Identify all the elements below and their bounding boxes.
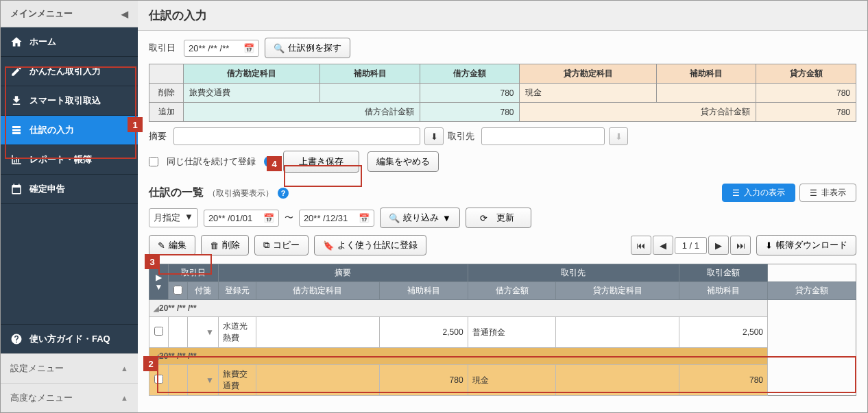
filter-button[interactable]: 🔍 絞り込み ▼ [380, 208, 460, 228]
row-add-button[interactable]: 追加 [149, 103, 184, 122]
summary-dropdown[interactable]: ⬇ [424, 127, 444, 145]
trader-dropdown[interactable]: ⬇ [609, 127, 628, 145]
date-input[interactable]: 20** /** /** 📅 [184, 40, 259, 57]
view-show-button[interactable]: ☰ 入力の表示 [722, 184, 795, 202]
last-page-button[interactable]: ⏭ [730, 236, 751, 255]
nav-easy-entry[interactable]: かんたん取引入力 [1, 57, 138, 86]
tilde: 〜 [285, 212, 293, 224]
view-hide-button[interactable]: ☰ 非表示 [799, 184, 856, 202]
sidebar-header: メインメニュー ◀ [1, 1, 138, 27]
debit-total-label: 借方合計金額 [184, 103, 420, 122]
repeat-label: 同じ仕訳を続けて登録 [167, 155, 256, 168]
journal-icon [10, 124, 23, 136]
find-label: 仕訳例を探す [288, 42, 341, 54]
nav-reports[interactable]: レポート・帳簿 [1, 145, 138, 175]
sidebar-collapse-icon[interactable]: ◀ [121, 9, 128, 19]
corner-cell [149, 64, 184, 84]
credit-total: 780 [756, 103, 856, 122]
calendar-icon[interactable]: 📅 [243, 43, 254, 53]
debit-account[interactable]: 旅費交通費 [184, 84, 320, 103]
next-page-button[interactable]: ▶ [708, 236, 729, 255]
refresh-icon: ⟳ [480, 213, 487, 223]
th-cre-sub: 補助科目 [679, 282, 768, 300]
date-value: 20** /** /** [189, 43, 229, 53]
table-row[interactable]: ▼ 水道光熱費 2,500 普通預金 2,500 [149, 317, 856, 348]
debit-sub[interactable] [320, 84, 420, 103]
nav-journal-entry[interactable]: 仕訳の入力 [1, 116, 138, 145]
period-mode-select[interactable]: 月指定▼ [149, 208, 198, 227]
nav-reports-label: レポート・帳簿 [29, 153, 92, 166]
advanced-menu[interactable]: 高度なメニュー ▲ [1, 383, 138, 412]
row-checkbox[interactable] [154, 375, 163, 384]
page-title: 仕訳の入力 [138, 1, 867, 31]
credit-sub[interactable] [656, 84, 756, 103]
trader-label: 取引先 [448, 130, 474, 142]
search-icon: 🔍 [389, 213, 400, 223]
first-page-button[interactable]: ⏮ [631, 236, 651, 255]
credit-amount[interactable]: 780 [756, 84, 856, 103]
nav-smart-import[interactable]: スマート取引取込 [1, 86, 138, 116]
row-delete-button[interactable]: 削除 [149, 84, 184, 103]
date-to-input[interactable]: 20** /12/31📅 [299, 210, 374, 227]
nav-home[interactable]: ホーム [1, 27, 138, 57]
group-row[interactable]: ◢20** /** /** [149, 300, 856, 317]
calendar-icon: 📅 [359, 213, 370, 223]
help-icon[interactable]: ? [278, 188, 289, 199]
search-icon: 🔍 [274, 43, 285, 53]
th-deb-amt: 借方金額 [468, 282, 556, 300]
save-button[interactable]: 上書き保存 [283, 151, 359, 173]
copy-button[interactable]: ⧉ コピー [254, 235, 309, 255]
chart-icon [10, 153, 23, 166]
nav-easy-label: かんたん取引入力 [29, 65, 101, 77]
th-cre-amt: 貸方金額 [768, 282, 856, 300]
debit-amount[interactable]: 780 [420, 84, 520, 103]
delete-button[interactable]: 🗑 削除 [201, 235, 249, 255]
refresh-button[interactable]: ⟳ 更新 [466, 208, 532, 228]
th-tag: 付箋 [188, 282, 219, 300]
pencil-icon: ✎ [158, 240, 165, 251]
credit-account[interactable]: 現金 [520, 84, 656, 103]
download-icon: ⬇ [765, 240, 773, 251]
cancel-edit-button[interactable]: 編集をやめる [367, 151, 439, 172]
pencil-icon [10, 65, 23, 77]
row-checkbox[interactable] [154, 327, 163, 336]
entry-form: 取引日 20** /** /** 📅 🔍 仕訳例を探す 借方勘定科目 補助科目 … [138, 31, 867, 179]
date-from-input[interactable]: 20** /01/01📅 [204, 210, 279, 227]
th-credit-acct: 貸方勘定科目 [520, 64, 656, 84]
pager: ⏮ ◀ 1 / 1 ▶ ⏭ [631, 236, 751, 255]
find-example-button[interactable]: 🔍 仕訳例を探す [265, 38, 350, 58]
prev-page-button[interactable]: ◀ [653, 236, 673, 255]
download-button[interactable]: ⬇ 帳簿ダウンロード [756, 235, 856, 255]
list-icon: ☰ [810, 188, 817, 198]
nav-home-label: ホーム [29, 36, 56, 48]
repeat-checkbox[interactable] [149, 157, 158, 166]
sidebar: メインメニュー ◀ ホーム かんたん取引入力 スマート取引取込 仕訳の入力 [1, 1, 138, 412]
th-summary: 摘要 [219, 264, 468, 282]
nav-faq-label: 使い方ガイド・FAQ [29, 333, 110, 345]
th-expand[interactable]: ▶ ▼ [149, 264, 169, 300]
group-row-selected[interactable]: ◢20** /** /** [149, 348, 856, 365]
register-favorite-button[interactable]: 🔖 よく使う仕訳に登録 [314, 235, 426, 255]
sidebar-title: メインメニュー [10, 8, 73, 20]
summary-input[interactable] [173, 127, 420, 145]
bookmark-icon: 🔖 [323, 240, 334, 251]
settings-menu[interactable]: 設定メニュー ▲ [1, 353, 138, 383]
th-date[interactable]: 取引日 [169, 264, 219, 282]
calendar-icon [10, 183, 23, 195]
nav-faq[interactable]: 使い方ガイド・FAQ [1, 325, 138, 353]
list-icon: ☰ [732, 188, 740, 198]
caret-up-icon: ▲ [121, 394, 128, 402]
nav-tax[interactable]: 確定申告 [1, 175, 138, 204]
page-indicator: 1 / 1 [675, 237, 707, 254]
th-checkbox[interactable] [169, 282, 188, 300]
trader-input[interactable] [481, 127, 605, 145]
table-row-selected[interactable]: ▼ 旅費交通費 780 現金 780 [149, 365, 856, 396]
nav-journal-label: 仕訳の入力 [29, 124, 74, 136]
copy-icon: ⧉ [263, 240, 269, 251]
th-cre-acct: 貸方勘定科目 [556, 282, 679, 300]
list-title: 仕訳の一覧 （取引摘要表示） ? [149, 186, 289, 200]
import-icon [10, 95, 23, 107]
th-debit-acct: 借方勘定科目 [184, 64, 320, 84]
edit-button[interactable]: ✎ 編集 [149, 235, 195, 255]
caret-up-icon: ▲ [121, 364, 128, 373]
